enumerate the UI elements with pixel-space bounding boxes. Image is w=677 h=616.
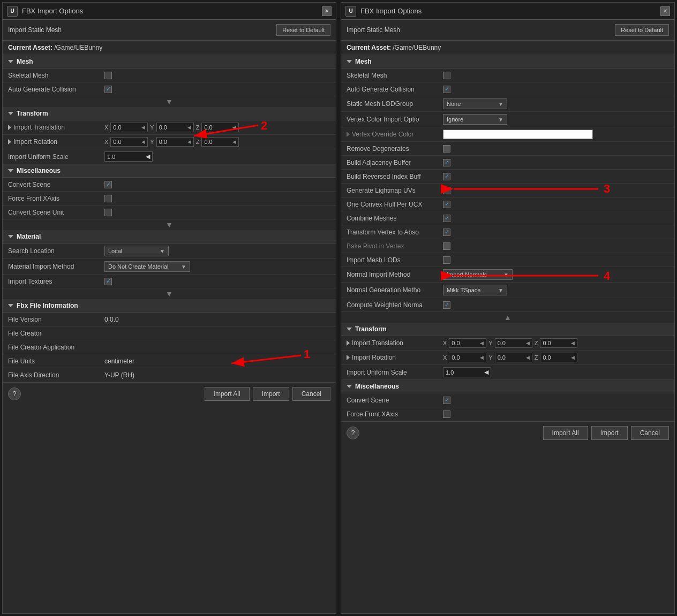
right-normal-gen-label: Normal Generation Metho	[347, 286, 443, 294]
right-vertex-color-dropdown[interactable]: Ignore ▼	[443, 114, 507, 125]
left-auto-collision-row: Auto Generate Collision	[3, 82, 336, 96]
left-material-import-method-label: Material Import Method	[8, 263, 104, 270]
left-import-textures-checkbox[interactable]	[104, 278, 112, 285]
right-skeletal-mesh-label: Skeletal Mesh	[347, 72, 443, 79]
left-import-label: Import Static Mesh	[8, 26, 62, 34]
right-convert-scene-checkbox[interactable]	[443, 397, 450, 404]
right-transform-label: Transform	[355, 325, 387, 333]
right-misc-section[interactable]: Miscellaneous	[341, 380, 674, 393]
left-import-all-button[interactable]: Import All	[205, 387, 250, 401]
right-transform-collapse-icon	[347, 328, 352, 331]
right-rotation-z[interactable]: 0.0 ◀	[540, 353, 577, 362]
left-cancel-button[interactable]: Cancel	[292, 387, 330, 401]
right-rotation-y[interactable]: 0.0 ◀	[495, 353, 532, 362]
left-close-button[interactable]: ✕	[322, 6, 332, 16]
left-file-units-value: centimeter	[104, 358, 330, 365]
right-skeletal-mesh-checkbox[interactable]	[443, 72, 450, 79]
right-skeletal-mesh-row: Skeletal Mesh	[341, 69, 674, 82]
right-transform-vertex-checkbox[interactable]	[443, 229, 450, 236]
left-uniform-scale-field[interactable]: 1.0 ◀	[104, 151, 153, 162]
right-bake-pivot-checkbox[interactable]	[443, 242, 450, 250]
right-vertex-override-row: Vertex Override Color	[341, 127, 674, 142]
left-force-front-checkbox[interactable]	[104, 195, 112, 202]
left-reset-button[interactable]: Reset to Default	[276, 24, 330, 36]
left-rotation-x[interactable]: 0.0 ◀	[110, 137, 148, 147]
left-material-section[interactable]: Material	[3, 230, 336, 244]
right-normal-gen-dropdown[interactable]: Mikk TSpace ▼	[443, 285, 507, 295]
left-translation-y[interactable]: 0.0 ◀	[156, 123, 194, 132]
left-convert-scene-checkbox[interactable]	[104, 181, 112, 188]
right-compute-weighted-row: Compute Weighted Norma	[341, 298, 674, 312]
left-material-collapse-icon	[8, 235, 13, 238]
right-normal-import-dropdown[interactable]: Import Normals ▼	[443, 269, 513, 280]
right-close-button[interactable]: ✕	[660, 6, 670, 16]
left-skeletal-mesh-checkbox[interactable]	[104, 72, 112, 79]
left-file-units-label: File Units	[8, 358, 104, 365]
right-translation-x[interactable]: 0.0 ◀	[449, 338, 486, 348]
right-generate-lightmap-checkbox[interactable]	[443, 187, 450, 194]
right-cancel-button[interactable]: Cancel	[631, 426, 669, 440]
right-translation-y[interactable]: 0.0 ◀	[495, 338, 532, 348]
right-remove-degenerates-label: Remove Degenerates	[347, 145, 443, 153]
right-convert-scene-label: Convert Scene	[347, 397, 443, 404]
right-bake-pivot-label: Bake Pivot in Vertex	[347, 242, 443, 250]
right-translation-z[interactable]: 0.0 ◀	[540, 338, 577, 348]
right-build-adjacency-checkbox[interactable]	[443, 159, 450, 166]
right-compute-weighted-checkbox[interactable]	[443, 301, 450, 309]
right-import-rotation-label: Import Rotation	[347, 354, 443, 361]
left-uniform-scale-row: Import Uniform Scale 1.0 ◀	[3, 149, 336, 164]
right-generate-lightmap-label: Generate Lightmap UVs	[347, 187, 443, 194]
left-uniform-scale-label: Import Uniform Scale	[8, 153, 104, 161]
left-fbx-info-label: Fbx File Information	[17, 302, 78, 309]
left-mesh-scroll-indicator: ▼	[3, 96, 336, 107]
right-lod-group-row: Static Mesh LODGroup None ▼	[341, 96, 674, 112]
left-import-button[interactable]: Import	[253, 387, 289, 401]
right-rotation-x[interactable]: 0.0 ◀	[449, 353, 486, 362]
right-import-button[interactable]: Import	[591, 426, 628, 440]
right-force-front-label: Force Front XAxis	[347, 410, 443, 418]
left-mesh-section[interactable]: Mesh	[3, 55, 336, 69]
left-translation-z[interactable]: 0.0 ◀	[201, 123, 239, 132]
left-file-units-row: File Units centimeter	[3, 354, 336, 368]
left-convert-scene-unit-checkbox[interactable]	[104, 209, 112, 216]
left-import-textures-label: Import Textures	[8, 278, 104, 285]
left-search-location-dropdown[interactable]: Local ▼	[104, 246, 169, 256]
right-force-front-checkbox[interactable]	[443, 410, 450, 418]
right-help-button[interactable]: ?	[347, 427, 359, 439]
left-rotation-y[interactable]: 0.0 ◀	[156, 137, 194, 147]
left-title: FBX Import Options	[22, 7, 83, 15]
right-mesh-section[interactable]: Mesh	[341, 55, 674, 69]
left-transform-section[interactable]: Transform	[3, 107, 336, 120]
left-file-creator-row: File Creator	[3, 326, 336, 340]
left-misc-section[interactable]: Miscellaneous	[3, 164, 336, 178]
right-one-convex-checkbox[interactable]	[443, 201, 450, 208]
right-auto-collision-checkbox[interactable]	[443, 86, 450, 93]
right-transform-section[interactable]: Transform	[341, 323, 674, 336]
left-material-import-method-dropdown[interactable]: Do Not Create Material ▼	[104, 261, 190, 272]
left-auto-collision-checkbox[interactable]	[104, 86, 112, 93]
left-file-version-row: File Version 0.0.0	[3, 313, 336, 326]
right-normal-gen-row: Normal Generation Metho Mikk TSpace ▼	[341, 283, 674, 298]
left-header-row: Import Static Mesh Reset to Default	[3, 20, 336, 41]
right-mesh-label: Mesh	[355, 58, 372, 65]
left-rotation-z[interactable]: 0.0 ◀	[201, 137, 239, 147]
left-help-button[interactable]: ?	[8, 387, 21, 400]
right-combine-meshes-checkbox[interactable]	[443, 215, 450, 222]
right-lod-group-dropdown[interactable]: None ▼	[443, 98, 507, 109]
right-uniform-scale-field[interactable]: 1.0 ◀	[443, 367, 491, 377]
right-one-convex-label: One Convex Hull Per UCX	[347, 201, 443, 208]
left-fbx-info-section[interactable]: Fbx File Information	[3, 299, 336, 313]
left-file-axis-value: Y-UP (RH)	[104, 371, 330, 379]
right-import-mesh-lods-checkbox[interactable]	[443, 256, 450, 264]
left-translation-x[interactable]: 0.0 ◀	[110, 123, 148, 132]
right-build-reversed-checkbox[interactable]	[443, 173, 450, 180]
left-import-rotation-label: Import Rotation	[8, 138, 104, 146]
right-vertex-override-color-field[interactable]	[443, 130, 593, 139]
right-misc-label: Miscellaneous	[355, 383, 399, 390]
left-search-location-row: Search Location Local ▼	[3, 244, 336, 259]
right-remove-degenerates-checkbox[interactable]	[443, 145, 450, 153]
right-reset-button[interactable]: Reset to Default	[615, 24, 669, 36]
right-normal-import-row: Normal Import Method Import Normals ▼	[341, 267, 674, 283]
left-skeletal-mesh-label: Skeletal Mesh	[8, 72, 104, 79]
right-import-all-button[interactable]: Import All	[543, 426, 588, 440]
